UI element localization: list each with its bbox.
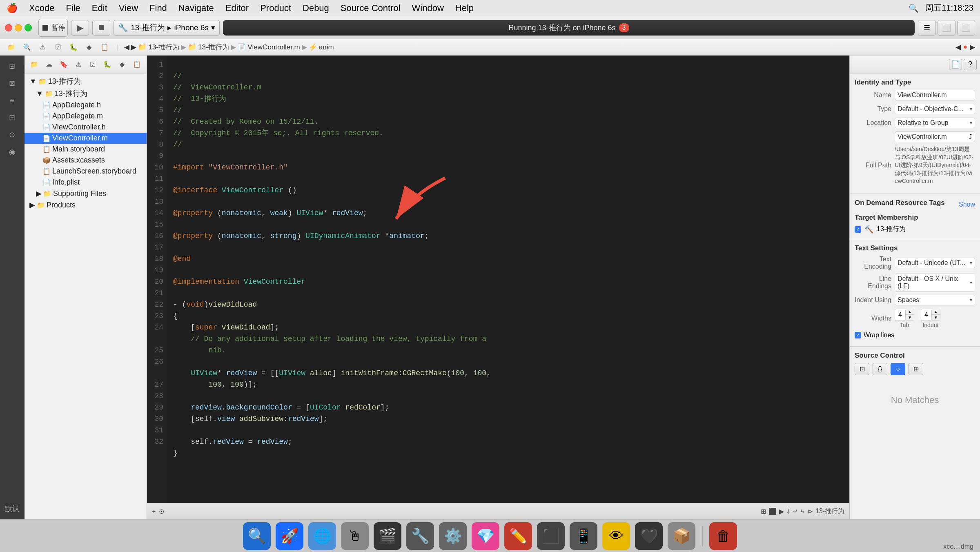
tree-item-group-main[interactable]: ▼ 📁 13-推行为	[24, 87, 147, 100]
menu-edit[interactable]: Edit	[92, 3, 107, 13]
dock-reveal[interactable]: 👁	[602, 522, 630, 550]
code-content[interactable]: 1234 5678 9101112 13141516 17181920 2122…	[147, 56, 849, 503]
bc-label-3[interactable]: ViewController.m	[248, 43, 300, 51]
utilities-toggle-btn[interactable]: ⬜	[957, 20, 975, 36]
status-continue[interactable]: ⊳	[808, 507, 813, 515]
close-window-btn[interactable]	[5, 24, 12, 31]
dock-simulator[interactable]: 📱	[570, 522, 597, 550]
bc-label-4[interactable]: anim	[319, 43, 334, 51]
filename-value[interactable]: ViewController.m ⤴	[895, 131, 975, 142]
dock-trash[interactable]: 🗑	[709, 522, 737, 550]
menu-help[interactable]: Help	[455, 3, 474, 13]
menu-view[interactable]: View	[119, 3, 138, 13]
bc-item-3[interactable]: 📄	[238, 43, 246, 51]
nav-debug-icon2[interactable]: 🐛	[101, 59, 114, 70]
tree-item-supporting-files[interactable]: ▶ 📁 Supporting Files	[24, 188, 147, 199]
nav-icon-breakpoint[interactable]: ◆	[82, 42, 96, 53]
tree-item-infoplist[interactable]: 📄 Info.plist	[24, 177, 147, 188]
tree-item-products[interactable]: ▶ 📁 Products	[24, 199, 147, 211]
indent-value[interactable]: Spaces ▾	[895, 295, 975, 305]
menu-source-control[interactable]: Source Control	[341, 3, 401, 13]
bc-right-btn3[interactable]: ▶	[970, 43, 975, 51]
menu-debug[interactable]: Debug	[303, 3, 329, 13]
menu-product[interactable]: Product	[260, 3, 291, 13]
nav-icon-report[interactable]: 📋	[98, 42, 111, 53]
debug-icon-5[interactable]: ⊙	[2, 127, 22, 142]
dock-mouse[interactable]: 🖱	[341, 522, 369, 550]
tree-item-assets[interactable]: 📦 Assets.xcassets	[24, 155, 147, 166]
status-add-btn[interactable]: +	[152, 508, 156, 515]
target-checkbox[interactable]: ✓	[855, 226, 861, 233]
tree-item-viewcontroller-h[interactable]: 📄 ViewController.h	[24, 122, 147, 133]
nav-icon-debug[interactable]: 🐛	[67, 42, 80, 53]
bc-item-4[interactable]: ⚡	[309, 43, 317, 51]
debug-icon-1[interactable]: ⊞	[2, 59, 22, 73]
sc-icon-3[interactable]: ○	[891, 363, 905, 375]
menu-xcode[interactable]: Xcode	[29, 3, 54, 13]
debug-icon-4[interactable]: ⊟	[2, 110, 22, 125]
bc-right-btn2[interactable]: ●	[963, 43, 967, 51]
tree-item-viewcontroller-m[interactable]: 📄 ViewController.m	[24, 133, 147, 144]
sc-icon-1[interactable]: ⊡	[855, 363, 869, 375]
tree-item-mainstoryboard[interactable]: 📋 Main.storyboard	[24, 144, 147, 155]
maximize-window-btn[interactable]	[24, 24, 32, 31]
sc-icon-2[interactable]: {}	[873, 363, 887, 375]
menu-editor[interactable]: Editor	[225, 3, 249, 13]
stop-button[interactable]: ⏹ 暂停	[38, 19, 68, 37]
run-button[interactable]: ▶	[71, 20, 89, 36]
location-value[interactable]: Relative to Group ▾	[895, 118, 975, 128]
bc-next-btn[interactable]: ▶	[131, 43, 136, 51]
bc-label-1[interactable]: 13-推行为	[148, 42, 179, 52]
nav-icon-warning[interactable]: ⚠	[36, 42, 49, 53]
status-filter-btn[interactable]: ▶	[779, 507, 784, 515]
nav-warning-icon[interactable]: ⚠	[72, 59, 85, 70]
dock-terminal[interactable]: ⬛	[537, 522, 565, 550]
dock-icon-13[interactable]: 🖤	[635, 522, 663, 550]
menu-navigate[interactable]: Navigate	[178, 3, 214, 13]
status-step-over[interactable]: ⤵	[786, 508, 790, 515]
bc-label-2[interactable]: 13-推行为	[198, 42, 229, 52]
status-debug-btn[interactable]: ⬛	[768, 507, 777, 515]
bc-item-2[interactable]: 📁	[188, 43, 196, 51]
nav-folder-icon[interactable]: 📁	[28, 59, 41, 70]
name-value[interactable]: ViewController.m	[895, 90, 975, 100]
nav-breakpoint-icon[interactable]: ◆	[116, 59, 129, 70]
sc-icon-4[interactable]: ⊞	[909, 363, 923, 375]
inspector-file-icon[interactable]: 📄	[949, 59, 962, 70]
scheme-selector[interactable]: 🔧 13-推行为 ▸ iPhone 6s ▾	[114, 20, 220, 36]
status-step-out[interactable]: ⤷	[800, 507, 805, 515]
status-history-btn[interactable]: ⊙	[159, 507, 164, 515]
bc-right-btn1[interactable]: ◀	[956, 43, 961, 51]
apple-menu[interactable]: 🍎	[7, 3, 18, 13]
tree-item-root[interactable]: ▼ 📁 13-推行为	[24, 75, 147, 87]
nav-report-icon[interactable]: 📋	[130, 59, 143, 70]
inspector-help-icon[interactable]: ?	[964, 59, 977, 70]
indent-stepper[interactable]: 4 ▲ ▼	[921, 309, 940, 321]
show-button[interactable]: Show	[959, 201, 975, 208]
navigator-toggle-btn[interactable]: ☰	[918, 20, 936, 36]
dock-safari[interactable]: 🌐	[308, 522, 336, 550]
indent-increment[interactable]: ▲	[932, 309, 940, 315]
dock-xcode[interactable]: 🔧	[406, 522, 434, 550]
debug-icon-2[interactable]: ⊠	[2, 76, 22, 91]
status-layout-btn[interactable]: ⊞	[761, 507, 766, 515]
bc-item-1[interactable]: 📁	[138, 43, 147, 51]
nav-icon-folder[interactable]: 📁	[5, 42, 18, 53]
status-step-in[interactable]: ⤶	[792, 507, 797, 515]
debug-toggle-btn[interactable]: ⬜	[938, 20, 956, 36]
dock-finder[interactable]: 🔍	[243, 522, 271, 550]
indent-decrement[interactable]: ▼	[932, 315, 940, 321]
search-icon[interactable]: 🔍	[909, 3, 919, 13]
dock-sketch[interactable]: 💎	[472, 522, 499, 550]
dock-launchpad[interactable]: 🚀	[276, 522, 303, 550]
wrap-lines-checkbox[interactable]: ✓	[855, 332, 861, 338]
debug-icon-7[interactable]: 默认	[2, 501, 22, 516]
tree-item-appdelegate-h[interactable]: 📄 AppDelegate.h	[24, 100, 147, 111]
dock-icon-14[interactable]: 📦	[668, 522, 695, 550]
encoding-value[interactable]: Default - Unicode (UT... ▾	[895, 258, 975, 268]
tab-stepper[interactable]: 4 ▲ ▼	[895, 309, 914, 321]
minimize-window-btn[interactable]	[15, 24, 22, 31]
tree-item-appdelegate-m[interactable]: 📄 AppDelegate.m	[24, 111, 147, 122]
line-endings-value[interactable]: Default - OS X / Unix (LF) ▾	[895, 274, 975, 292]
nav-source-icon[interactable]: ☁	[42, 59, 56, 70]
